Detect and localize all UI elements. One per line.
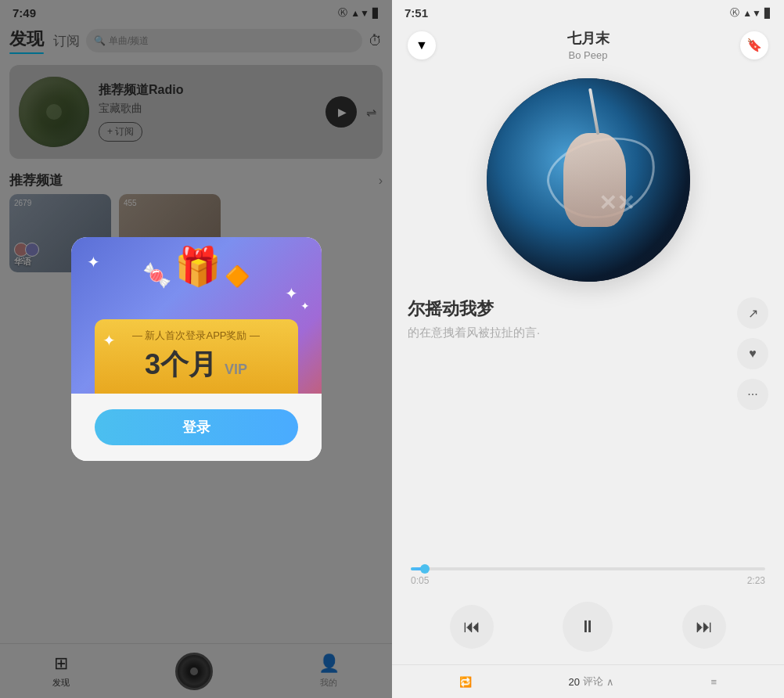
repeat-action[interactable]: 🔁 — [459, 676, 472, 688]
comment-action[interactable]: 20 评论 ∧ — [568, 675, 613, 689]
menu-icon: ≡ — [711, 676, 717, 688]
like-action-button[interactable]: ♥ — [737, 338, 768, 369]
lyrics-text-col: 尔摇动我梦 的在意拽着风被拉扯的言· — [408, 297, 737, 340]
sparkle-2: ✦ — [285, 284, 298, 303]
player-title-group: 七月末 Bo Peep — [436, 29, 740, 61]
repeat-icon: 🔁 — [459, 676, 472, 688]
player-header: ▼ 七月末 Bo Peep 🔖 — [392, 23, 784, 70]
left-panel: 7:49 Ⓚ ▲▼ ▊ 发现 订阅 🔍 单曲/频道 ⏱ 推荐频道Radio 宝藏… — [0, 0, 392, 698]
comment-label: 评论 — [583, 675, 603, 689]
share-action-button[interactable]: ↗ — [737, 297, 768, 329]
popup-overlay[interactable]: ✦ ✦ ✦ ✦ 🍬 🎁 🔶 — 新人首次登录APP奖励 — 3个月 VIP — [0, 0, 392, 698]
lyrics-section: 尔摇动我梦 的在意拽着风被拉扯的言· ↗ ♥ ··· — [392, 297, 784, 561]
sparkle-1: ✦ — [87, 253, 100, 272]
player-bottom: 🔁 20 评论 ∧ ≡ — [392, 664, 784, 698]
pause-icon: ⏸ — [579, 617, 596, 637]
vip-label: VIP — [225, 362, 247, 377]
lyrics-row: 尔摇动我梦 的在意拽着风被拉扯的言· ↗ ♥ ··· — [408, 297, 768, 410]
total-time: 2:23 — [747, 575, 765, 586]
more-action-button[interactable]: ··· — [737, 379, 768, 410]
prev-button[interactable]: ⏮ — [450, 605, 494, 649]
status-bar-right: 7:51 Ⓚ ▲▼ ▊ — [392, 0, 784, 23]
gift-box-icon: 🎁 — [174, 245, 221, 289]
next-button[interactable]: ⏭ — [682, 605, 726, 649]
right-status-icons: Ⓚ ▲▼ ▊ — [730, 6, 771, 20]
comment-count: 20 — [568, 676, 579, 688]
right-k-icon: Ⓚ — [730, 6, 739, 20]
gift-deco-left: 🍬 — [142, 261, 171, 289]
progress-area: 0:05 2:23 — [392, 561, 784, 589]
popup-reward: 3个月 VIP — [110, 346, 282, 384]
popup-gifts: 🍬 🎁 🔶 — [142, 245, 250, 289]
progress-bar-track[interactable] — [411, 567, 765, 570]
current-time: 0:05 — [411, 575, 429, 586]
action-buttons-col: ↗ ♥ ··· — [737, 297, 768, 410]
progress-times: 0:05 2:23 — [411, 575, 765, 586]
lyric-sub-line: 的在意拽着风被拉扯的言· — [408, 326, 737, 340]
sparkle-3: ✦ — [102, 331, 116, 350]
popup-envelope: — 新人首次登录APP奖励 — 3个月 VIP — [95, 319, 298, 394]
collapse-icon: ▼ — [415, 38, 428, 52]
artist-name: Bo Peep — [436, 49, 740, 61]
album-art: ✕✕ — [487, 78, 690, 282]
right-panel: 7:51 Ⓚ ▲▼ ▊ ▼ 七月末 Bo Peep 🔖 ✕✕ — [392, 0, 784, 698]
popup-top: ✦ ✦ ✦ ✦ 🍬 🎁 🔶 — 新人首次登录APP奖励 — 3个月 VIP — [71, 237, 322, 394]
progress-thumb[interactable] — [420, 564, 430, 574]
next-icon: ⏭ — [696, 617, 713, 637]
album-art-marks: ✕✕ — [599, 190, 635, 216]
song-title: 七月末 — [436, 29, 740, 48]
popup-bottom: 登录 — [71, 394, 322, 461]
prev-icon: ⏮ — [463, 617, 480, 637]
reward-text: 3个月 — [145, 348, 217, 380]
comment-up-icon: ∧ — [606, 676, 614, 688]
album-art-container: ✕✕ — [392, 70, 784, 297]
login-button[interactable]: 登录 — [95, 409, 298, 445]
right-wifi-icon: ▲▼ — [743, 8, 761, 19]
right-status-time: 7:51 — [405, 6, 428, 20]
lyric-main-line: 尔摇动我梦 — [408, 297, 737, 321]
right-battery-icon: ▊ — [764, 8, 771, 19]
sparkle-4: ✦ — [300, 300, 310, 312]
collapse-button[interactable]: ▼ — [408, 31, 436, 59]
player-controls: ⏮ ⏸ ⏭ — [392, 589, 784, 664]
pause-button[interactable]: ⏸ — [563, 602, 613, 652]
gift-deco-right: 🔶 — [225, 264, 250, 289]
bookmark-icon: 🔖 — [746, 38, 762, 52]
popup-card: ✦ ✦ ✦ ✦ 🍬 🎁 🔶 — 新人首次登录APP奖励 — 3个月 VIP — [71, 237, 322, 461]
bookmark-button[interactable]: 🔖 — [740, 31, 768, 59]
popup-subtitle: — 新人首次登录APP奖励 — — [110, 329, 282, 343]
menu-action[interactable]: ≡ — [711, 676, 717, 688]
